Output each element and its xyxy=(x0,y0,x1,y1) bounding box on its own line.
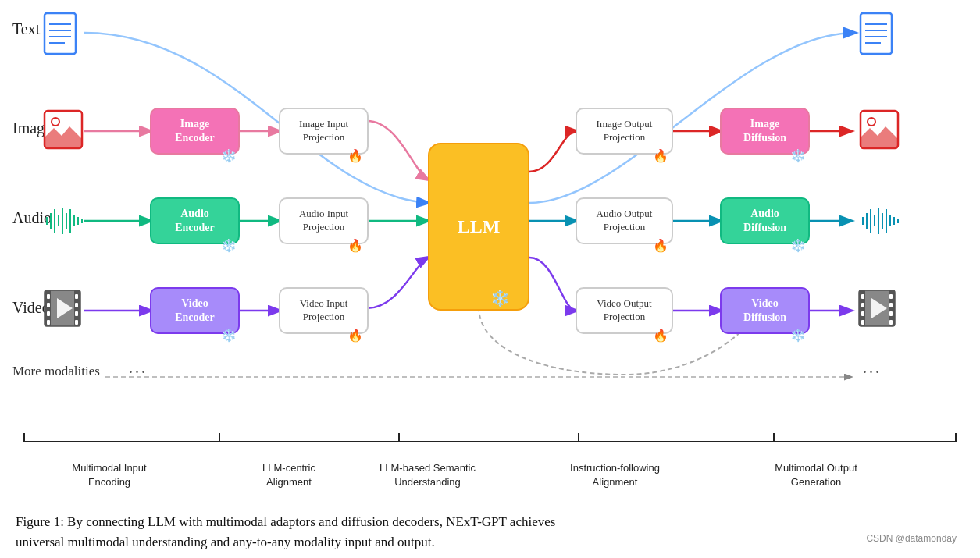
figure-caption: Figure 1: By connecting LLM with multimo… xyxy=(16,512,964,552)
video-diffusion-label: VideoDiffusion xyxy=(743,297,786,325)
video-output-proj-fire: 🔥 xyxy=(653,328,668,343)
video-output-proj-box: Video OutputProjection xyxy=(576,287,673,334)
bottom-label-3: LLM-based SemanticUnderstanding xyxy=(359,461,496,489)
llm-snowflake: ❄️ xyxy=(490,289,510,307)
svg-rect-67 xyxy=(861,303,864,307)
image-encoder-snowflake: ❄️ xyxy=(221,148,237,163)
image-diffusion-box: ImageDiffusion xyxy=(720,108,810,155)
svg-rect-55 xyxy=(47,303,50,307)
svg-rect-70 xyxy=(889,294,893,299)
video-input-proj-label: Video InputProjection xyxy=(300,297,348,324)
text-input-icon xyxy=(43,12,84,62)
video-encoder-snowflake: ❄️ xyxy=(221,328,237,343)
audio-input-icon xyxy=(39,201,86,243)
audio-diffusion-label: AudioDiffusion xyxy=(743,207,786,235)
video-input-proj-fire: 🔥 xyxy=(347,328,363,343)
svg-rect-61 xyxy=(75,320,78,325)
image-diffusion-snowflake: ❄️ xyxy=(790,148,806,163)
svg-rect-68 xyxy=(861,311,864,316)
image-output-proj-fire: 🔥 xyxy=(653,148,668,163)
svg-rect-69 xyxy=(861,320,864,325)
image-output-proj-box: Image OutputProjection xyxy=(576,108,673,155)
video-encoder-box: VideoEncoder xyxy=(150,287,240,334)
text-label: Text xyxy=(12,20,40,38)
image-encoder-box: ImageEncoder xyxy=(150,108,240,155)
svg-rect-59 xyxy=(75,303,78,307)
svg-rect-66 xyxy=(861,294,864,299)
audio-output-proj-fire: 🔥 xyxy=(653,238,668,253)
video-input-icon xyxy=(43,289,82,335)
bottom-label-5: Multimodal OutputGeneration xyxy=(742,461,890,489)
video-output-icon xyxy=(857,289,896,335)
tick-3 xyxy=(578,433,579,442)
llm-box: LLM xyxy=(428,143,529,311)
svg-rect-72 xyxy=(889,311,893,316)
more-dots-left: ··· xyxy=(129,364,148,382)
llm-label: LLM xyxy=(458,215,501,239)
svg-rect-58 xyxy=(75,294,78,299)
video-input-proj-box: Video InputProjection xyxy=(279,287,369,334)
tick-5 xyxy=(955,433,957,442)
more-modalities-label: More modalities xyxy=(12,364,100,379)
tick-0 xyxy=(23,433,25,442)
image-input-icon xyxy=(43,109,84,153)
image-input-proj-label: Image InputProjection xyxy=(299,118,348,144)
video-output-proj-label: Video OutputProjection xyxy=(597,297,651,324)
audio-output-proj-box: Audio OutputProjection xyxy=(576,197,673,244)
timeline-bar xyxy=(23,441,957,442)
image-output-proj-label: Image OutputProjection xyxy=(597,118,653,144)
more-dots-right: ··· xyxy=(863,364,882,382)
text-output-icon xyxy=(859,12,900,62)
image-diffusion-label: ImageDiffusion xyxy=(743,117,786,145)
tick-1 xyxy=(219,433,220,442)
csdn-watermark: CSDN @datamonday xyxy=(866,533,957,544)
bottom-label-1: Multimodal InputEncoding xyxy=(47,461,172,489)
tick-4 xyxy=(773,433,775,442)
audio-diffusion-snowflake: ❄️ xyxy=(790,238,806,253)
svg-rect-57 xyxy=(47,320,50,325)
audio-input-proj-label: Audio InputProjection xyxy=(299,208,348,234)
image-encoder-label: ImageEncoder xyxy=(175,117,215,145)
audio-encoder-box: AudioEncoder xyxy=(150,197,240,244)
bottom-label-2: LLM-centricAlignment xyxy=(234,461,344,489)
audio-input-proj-box: Audio InputProjection xyxy=(279,197,369,244)
diagram-area: Text Image Audio Video xyxy=(0,0,980,558)
bottom-label-4: Instruction-followingAlignment xyxy=(547,461,683,489)
audio-output-icon xyxy=(855,201,902,243)
figure-caption-line2: universal multimodal understanding and a… xyxy=(16,535,435,549)
audio-output-proj-label: Audio OutputProjection xyxy=(597,208,653,234)
audio-diffusion-box: AudioDiffusion xyxy=(720,197,810,244)
video-diffusion-box: VideoDiffusion xyxy=(720,287,810,334)
video-diffusion-snowflake: ❄️ xyxy=(790,328,806,343)
audio-encoder-snowflake: ❄️ xyxy=(221,238,237,253)
svg-rect-60 xyxy=(75,311,78,316)
audio-input-proj-fire: 🔥 xyxy=(347,238,363,253)
svg-rect-20 xyxy=(861,13,892,54)
image-input-proj-box: Image InputProjection xyxy=(279,108,369,155)
image-output-icon xyxy=(859,109,900,153)
svg-rect-54 xyxy=(47,294,50,299)
svg-rect-56 xyxy=(47,311,50,316)
tick-2 xyxy=(398,433,400,442)
video-encoder-label: VideoEncoder xyxy=(175,297,215,325)
svg-rect-73 xyxy=(889,320,893,325)
audio-encoder-label: AudioEncoder xyxy=(175,207,215,235)
svg-rect-15 xyxy=(45,13,76,54)
image-input-proj-fire: 🔥 xyxy=(347,148,363,163)
figure-caption-line1: Figure 1: By connecting LLM with multimo… xyxy=(16,514,555,529)
svg-rect-71 xyxy=(889,303,893,307)
